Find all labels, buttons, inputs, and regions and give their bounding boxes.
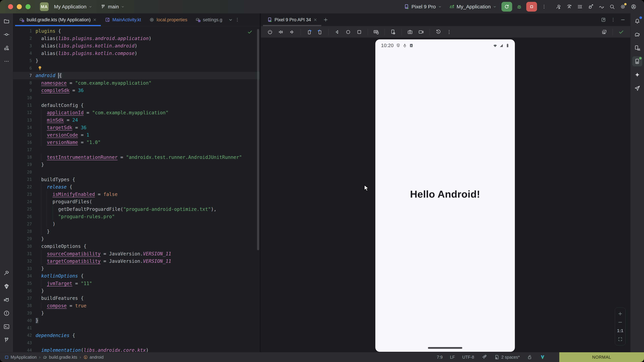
- code-line[interactable]: 5}: [13, 57, 260, 64]
- code-line[interactable]: 18 testInstrumentationRunner = "androidx…: [13, 153, 260, 161]
- more-tool-windows-button[interactable]: [2, 56, 12, 66]
- screen-record-button[interactable]: [416, 27, 426, 37]
- code-line[interactable]: 32 targetCompatibility = JavaVersion.VER…: [13, 257, 260, 265]
- vim-plugin-icon[interactable]: [540, 355, 545, 360]
- code-line[interactable]: 41: [13, 324, 260, 332]
- zoom-in-button[interactable]: [618, 311, 623, 317]
- tab-options-icon[interactable]: [234, 17, 240, 22]
- breadcrumb-item[interactable]: MyApplication: [4, 355, 37, 360]
- project-folder-button[interactable]: [2, 16, 12, 26]
- code-line[interactable]: 33 }: [13, 265, 260, 272]
- fullscreen-window-button[interactable]: [26, 4, 30, 9]
- run-configuration-selector[interactable]: My_Application: [446, 2, 499, 11]
- code-line[interactable]: 43: [13, 339, 260, 347]
- rotate-right-button[interactable]: [316, 27, 325, 37]
- close-tab-icon[interactable]: [93, 18, 97, 22]
- caret-position[interactable]: 7:9: [437, 355, 442, 360]
- code-line[interactable]: 8 namespace = "com.example.myapplication…: [13, 79, 260, 87]
- code-line[interactable]: 6: [13, 64, 260, 72]
- device-selector[interactable]: Pixel 9 Pro: [401, 2, 444, 11]
- emulator-screen[interactable]: 10:20 A Hello Android!: [375, 39, 515, 352]
- bug-arrow-button[interactable]: [586, 2, 595, 11]
- code-line[interactable]: 21 buildTypes {: [13, 176, 260, 183]
- editor-tab[interactable]: MainActivity.kt: [101, 13, 145, 26]
- problems-alert-button[interactable]: [2, 308, 12, 318]
- no-problems-check-button[interactable]: [616, 27, 626, 37]
- notifications-bell-button[interactable]: [632, 16, 642, 26]
- letter-a-refresh-button[interactable]: [564, 2, 574, 11]
- gesture-navigation-bar[interactable]: [428, 347, 462, 349]
- device-settings-button[interactable]: [388, 27, 398, 37]
- code-line[interactable]: 11 defaultConfig {: [13, 102, 260, 109]
- nav-back-button[interactable]: [332, 27, 342, 37]
- code-line[interactable]: 37 buildFeatures {: [13, 295, 260, 302]
- screenshot-camera-button[interactable]: [405, 27, 415, 37]
- close-window-button[interactable]: [8, 4, 13, 9]
- code-line[interactable]: 7android {: [13, 72, 260, 79]
- code-line[interactable]: 4 alias(libs.plugins.kotlin.compose): [13, 50, 260, 57]
- close-icon[interactable]: [313, 18, 317, 22]
- breadcrumb-item[interactable]: android: [83, 355, 104, 360]
- editor-tab[interactable]: Kbuild.gradle.kts (My Application): [15, 13, 101, 26]
- code-line[interactable]: 25 getDefaultProguardFile("proguard-andr…: [13, 205, 260, 213]
- ai-assistant-disabled-icon[interactable]: [482, 355, 487, 360]
- gradle-elephant-button[interactable]: [632, 29, 642, 39]
- volume-down-button[interactable]: [288, 27, 297, 37]
- show-hidden-tabs-icon[interactable]: [228, 17, 233, 22]
- code-line[interactable]: 24 proguardFiles(: [13, 198, 260, 205]
- hammer-play-button[interactable]: [554, 2, 563, 11]
- readonly-toggle[interactable]: [527, 355, 532, 360]
- layout-inspector-button[interactable]: [600, 27, 609, 37]
- code-line[interactable]: 3 alias(libs.plugins.kotlin.android): [13, 42, 260, 50]
- code-line[interactable]: 2 alias(libs.plugins.android.application…: [13, 35, 260, 42]
- pane-splitter[interactable]: [260, 13, 261, 352]
- logcat-cat-button[interactable]: [2, 295, 12, 305]
- build-hammer-button[interactable]: [2, 268, 12, 278]
- debug-button[interactable]: [514, 2, 524, 11]
- curved-arrows-button[interactable]: [597, 2, 606, 11]
- settings-gear-button[interactable]: [618, 2, 628, 11]
- code-line[interactable]: 19 }: [13, 161, 260, 168]
- editor-tab[interactable]: local.properties: [145, 13, 191, 26]
- code-line[interactable]: 31 sourceCompatibility = JavaVersion.VER…: [13, 250, 260, 257]
- code-line[interactable]: 42dependencies {: [13, 332, 260, 339]
- code-line[interactable]: 15 versionCode = 1: [13, 131, 260, 139]
- app-insights-gem-button[interactable]: [2, 281, 12, 292]
- more-run-actions-button[interactable]: [539, 2, 549, 11]
- commit-button[interactable]: [2, 29, 12, 39]
- power-button[interactable]: [265, 27, 275, 37]
- fit-to-window-button[interactable]: [618, 337, 623, 342]
- inspections-ok-icon[interactable]: [247, 29, 252, 35]
- device-tab[interactable]: Pixel 9 Pro API 34: [263, 13, 321, 26]
- version-control-button[interactable]: [2, 335, 12, 345]
- add-device-tab-button[interactable]: [321, 13, 330, 26]
- code-line[interactable]: 10: [13, 94, 260, 102]
- code-line[interactable]: 35 jvmTarget = "11": [13, 280, 260, 287]
- code-line[interactable]: 23 isMinifyEnabled = false: [13, 191, 260, 198]
- code-line[interactable]: 20: [13, 168, 260, 176]
- code-line[interactable]: 13 minSdk = 24: [13, 116, 260, 124]
- resource-manager-button[interactable]: [2, 43, 12, 53]
- stop-button[interactable]: [526, 2, 537, 11]
- code-line[interactable]: 17: [13, 146, 260, 153]
- code-line[interactable]: 28 }: [13, 228, 260, 235]
- code-line[interactable]: 12 applicationId = "com.example.myapplic…: [13, 109, 260, 116]
- code-line[interactable]: 27 ): [13, 220, 260, 228]
- code-editor[interactable]: 1plugins {2 alias(libs.plugins.android.a…: [13, 26, 260, 352]
- intention-bulb-icon[interactable]: [37, 65, 42, 71]
- code-line[interactable]: 36 }: [13, 287, 260, 295]
- open-in-window-icon[interactable]: [601, 17, 606, 22]
- code-line[interactable]: 39 }: [13, 309, 260, 317]
- panel-options-kebab-icon[interactable]: [610, 17, 616, 22]
- list-lines-button[interactable]: [575, 2, 585, 11]
- code-line[interactable]: 38 compose = true: [13, 302, 260, 309]
- code-line[interactable]: 1plugins {: [13, 27, 260, 35]
- editor-tab[interactable]: Ksettings.g: [191, 13, 226, 26]
- code-line[interactable]: 26 "proguard-rules.pro": [13, 213, 260, 220]
- file-encoding[interactable]: UTF-8: [462, 355, 474, 360]
- keyboard-mouse-button[interactable]: [372, 27, 381, 37]
- code-line[interactable]: 16 versionName = "1.0": [13, 139, 260, 146]
- breadcrumb-item[interactable]: build.gradle.kts: [43, 355, 77, 360]
- search-button[interactable]: [608, 2, 617, 11]
- send-plane-button[interactable]: [632, 83, 642, 93]
